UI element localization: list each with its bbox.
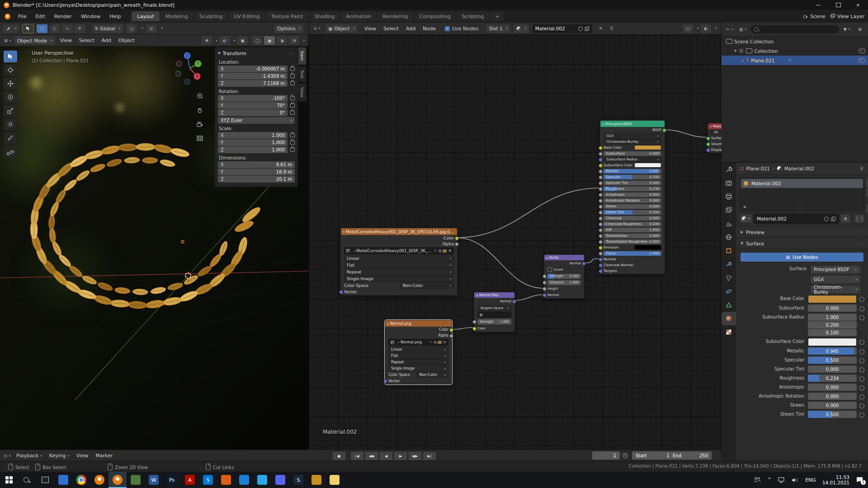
properties-tab-view-layer[interactable] (722, 203, 736, 217)
transform-panel-header[interactable]: ▼ Transform :::: (218, 49, 295, 57)
box-select-tool-icon[interactable] (22, 24, 34, 33)
transform-field-scale-x[interactable]: X1.000 (218, 132, 288, 139)
task-view-icon[interactable] (36, 472, 54, 488)
value-slider-transmission[interactable]: Transmission0.000 (604, 234, 661, 238)
input-socket[interactable] (472, 327, 476, 331)
input-socket[interactable] (599, 269, 603, 273)
proportional-edit-icon[interactable]: ◎ (146, 24, 157, 33)
taskbar-app-blender-pinned[interactable] (90, 472, 108, 488)
use-nodes-checkbox[interactable]: ✓ (445, 26, 450, 31)
taskbar-app-skype[interactable]: S (199, 472, 217, 488)
3d-viewport[interactable]: User Perspective (1) Collection | Plane.… (0, 47, 309, 450)
keyframe-dot-icon[interactable] (859, 340, 864, 345)
input-socket[interactable] (599, 175, 603, 179)
value-slider[interactable]: 0.000 (808, 393, 857, 400)
node-header[interactable]: ▾MetalCorrodedHeavy001_DISP_3K_SPECULAR.… (341, 228, 457, 235)
properties-tab-scene[interactable] (722, 217, 736, 230)
keyframe-dot-icon[interactable] (859, 297, 864, 302)
node-dropdown[interactable]: Tangent Space▾ (477, 305, 511, 311)
transform-field-scale-y[interactable]: Y1.000 (218, 139, 288, 146)
outliner-item-scene-collection[interactable]: Scene Collection (722, 37, 868, 46)
workspace-tab-sculpting[interactable]: Sculpting (194, 11, 228, 21)
value-slider[interactable]: 0.200 (808, 321, 857, 328)
workspace-tab-scripting[interactable]: Scripting (456, 11, 490, 21)
pin-icon[interactable] (859, 166, 864, 171)
input-socket[interactable] (599, 258, 603, 262)
record-button[interactable]: ● (332, 451, 346, 460)
node-dropdown[interactable]: Single Image▾ (344, 276, 454, 282)
properties-tab-render[interactable] (722, 176, 736, 190)
sidebar-tab-view[interactable]: View (298, 83, 307, 102)
subsurface-method-dropdown[interactable]: Christensen-Burley▾ (810, 285, 861, 294)
timeline-menu-keying[interactable]: Keying▾ (46, 451, 73, 461)
input-socket[interactable] (706, 136, 710, 141)
value-slider-metallic[interactable]: Metallic0.945 (604, 169, 661, 174)
outliner-item-plane-021[interactable]: ▸▽Plane.021▽ (722, 56, 868, 65)
workspace-tab-compositing[interactable]: Compositing (414, 11, 457, 21)
orientation-dropdown[interactable]: ⇅Global▾ (92, 24, 124, 33)
editor-type-shader-icon[interactable]: ⊙▾ (311, 24, 322, 33)
taskbar-app-explorer[interactable] (326, 472, 344, 488)
taskbar-app-discord[interactable] (271, 472, 289, 488)
people-icon[interactable] (754, 477, 761, 483)
node-principled-bsdf[interactable]: ▾Principled BSDFBSDFGGX▾Christensen-Burl… (600, 120, 665, 274)
input-socket[interactable] (599, 193, 603, 197)
new-collection-icon[interactable]: ⊞ (854, 25, 865, 34)
value-slider[interactable]: 0.945 (808, 347, 857, 355)
editor-type-timeline-icon[interactable]: ◷▾ (2, 451, 13, 460)
unlink-image-icon[interactable]: ✕ (448, 249, 452, 253)
node-dropdown[interactable]: Flat▾ (388, 353, 448, 359)
lock-icon[interactable] (290, 81, 295, 85)
transform-field-scale-z[interactable]: Z1.000 (218, 146, 288, 153)
input-socket[interactable] (599, 205, 603, 209)
notification-center-icon[interactable]: 1 (856, 477, 863, 483)
value-slider[interactable]: 0.000 (808, 305, 857, 312)
sidebar-tab-item[interactable]: Item (298, 47, 307, 65)
node-dropdown[interactable]: Christensen-Burley▾ (604, 139, 661, 145)
surface-shader-selector[interactable]: Principled BSDF○ (810, 265, 861, 274)
transform-field-dimensions-x[interactable]: X9.61 m (218, 161, 295, 168)
annotate-tool-button[interactable] (3, 131, 18, 144)
copy-icon[interactable] (831, 216, 836, 221)
lock-icon[interactable] (290, 67, 295, 71)
end-frame-field[interactable]: End 250 (669, 451, 712, 460)
keyframe-dot-icon[interactable] (859, 315, 864, 320)
scene-selector[interactable]: Scene (803, 14, 826, 19)
node-normal-map[interactable]: ▾Normal MapNormalTangent Space▾Strength1… (474, 292, 515, 332)
value-slider[interactable]: 0.500 (808, 357, 857, 364)
timeline-menu-playback[interactable]: Playback▾ (13, 451, 46, 461)
node-dropdown[interactable]: Repeat▾ (344, 269, 454, 275)
add-slot-button[interactable]: + (866, 178, 868, 187)
pan-hand-icon[interactable] (194, 105, 205, 116)
node-header[interactable]: ▾Normal.png (385, 320, 452, 327)
input-socket[interactable] (599, 158, 603, 162)
outliner-search-field[interactable] (750, 25, 839, 33)
value-slider-specular[interactable]: Specular0.500 (604, 175, 661, 179)
lock-icon[interactable] (290, 133, 295, 137)
material-datablock-field[interactable]: Material.002 (754, 214, 839, 224)
keyframe-dot-icon[interactable] (859, 413, 864, 418)
next-keyframe-button[interactable]: ◆▶ (408, 451, 422, 460)
input-socket[interactable] (383, 379, 387, 383)
rotation-mode-dropdown[interactable]: XYZ Euler▾ (218, 117, 295, 124)
value-slider[interactable]: 0.000 (808, 384, 857, 391)
keyframe-dot-icon[interactable] (859, 358, 864, 363)
overlays-toggle-icon[interactable]: ◐ (219, 36, 231, 45)
value-slider[interactable]: 0.000 (808, 366, 857, 373)
prev-keyframe-button[interactable]: ◀◆ (365, 451, 378, 460)
colorspace-dropdown[interactable]: Non-Color▾ (416, 372, 448, 378)
value-slider[interactable]: 0.000 (808, 402, 857, 409)
taskbar-app-mail[interactable] (54, 472, 72, 488)
play-button[interactable]: ▶ (394, 451, 407, 460)
node-dropdown[interactable]: Repeat▾ (388, 359, 448, 365)
lock-icon[interactable] (290, 148, 295, 152)
node-dropdown[interactable]: GGX▾ (604, 133, 661, 139)
breadcrumb-object[interactable]: Plane.021 (746, 166, 770, 171)
preview-section-header[interactable]: ▶ Preview :::: (736, 226, 868, 238)
snap-magnet-icon[interactable]: ⋃ (126, 24, 137, 33)
move-tool-button[interactable] (3, 77, 18, 90)
input-socket[interactable] (599, 252, 603, 256)
transform-tool-button[interactable] (3, 118, 18, 131)
breadcrumb-material[interactable]: Material.002 (784, 166, 814, 171)
select-lasso-icon[interactable]: ∿ (61, 24, 73, 33)
